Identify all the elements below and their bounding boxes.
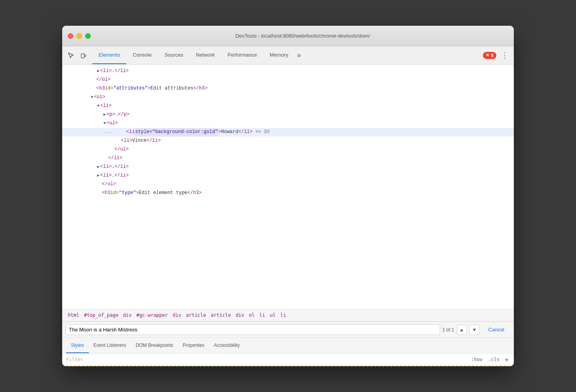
titlebar: DevTools - localhost:8080/web/tools/chro… [62,26,514,46]
tab-network[interactable]: Network [190,46,221,64]
triangle-icon[interactable]: ▼ [103,120,106,127]
dom-line: ▶<li>…</li> [62,163,514,171]
filter-placeholder: Filter [66,357,466,362]
error-icon: ✕ [486,53,489,58]
triangle-icon[interactable]: ▶ [97,172,99,179]
dom-line: ▶<li>…</li> [62,171,514,180]
breadcrumb-item[interactable]: article [209,312,233,319]
devtools-window: DevTools - localhost:8080/web/tools/chro… [62,26,514,366]
tab-sources[interactable]: Sources [158,46,190,64]
search-cancel-button[interactable]: Cancel [482,325,511,335]
toolbar-icons [65,50,89,61]
search-prev-button[interactable]: ▲ [457,325,467,335]
add-style-button[interactable]: + [504,356,510,363]
error-badge[interactable]: ✕ 6 [483,52,496,59]
dom-line: ▶<p>…</p> [62,110,514,119]
tab-accessibility[interactable]: Accessibility [209,338,244,353]
search-next-button[interactable]: ▼ [469,325,480,335]
more-tabs-button[interactable]: » [295,49,303,61]
svg-rect-1 [85,55,86,57]
triangle-icon[interactable]: ▶ [97,68,99,75]
dom-tree[interactable]: ▶<li>…</li> </ol> <h3 id="attributes">Ed… [62,65,514,309]
tab-performance[interactable]: Performance [221,46,263,64]
breadcrumb-item[interactable]: ul [268,312,277,319]
toolbar-right: ✕ 6 ⋮ [483,49,511,61]
dom-line: </ul> [62,145,514,154]
main-toolbar: Elements Console Sources Network Perform… [62,46,514,65]
search-count: 1 of 1 [442,327,454,333]
dom-line: <h3 id="attributes">Edit attributes</h3> [62,84,514,93]
tab-navigation: Elements Console Sources Network Perform… [92,46,483,64]
tab-memory[interactable]: Memory [263,46,295,64]
dom-line: ▼<ul> [62,119,514,128]
search-input[interactable] [65,324,440,335]
tab-styles[interactable]: Styles [66,338,89,353]
breadcrumb-item[interactable]: li [279,312,288,319]
maximize-button[interactable] [85,33,91,39]
dom-line: </ol> [62,180,514,189]
breadcrumb-item[interactable]: ol [247,312,256,319]
filter-controls: :hov .cls + [469,356,510,363]
dom-line: </li> [62,154,514,163]
breadcrumb-item[interactable]: div [122,312,134,319]
triangle-icon[interactable]: ▶ [97,164,99,171]
tab-properties[interactable]: Properties [178,338,209,353]
bottom-tabs: Styles Event Listeners DOM Breakpoints P… [62,337,514,353]
dom-line: ▼<li> [62,102,514,110]
dom-line: </ol> [62,76,514,84]
tab-dom-breakpoints[interactable]: DOM Breakpoints [131,338,178,353]
minimize-button[interactable] [76,33,82,39]
search-bar: 1 of 1 ▲ ▼ Cancel [62,322,514,337]
breadcrumb-item[interactable]: html [66,312,81,319]
svg-rect-0 [81,54,84,58]
cls-filter-button[interactable]: .cls [486,356,501,363]
hov-filter-button[interactable]: :hov [469,356,484,363]
dom-line-selected[interactable]: ... <li style="background-color:gold">Ho… [62,128,514,137]
breadcrumb-item[interactable]: li [258,312,267,319]
styles-hint-border [66,365,510,366]
triangle-icon[interactable]: ▼ [97,103,99,110]
dom-line: ▼<ol> [62,93,514,102]
dom-line: ▶<li>…</li> [62,67,514,76]
breadcrumb-item[interactable]: div [234,312,246,319]
styles-filter-bar: Filter :hov .cls + [62,353,514,365]
breadcrumb-item[interactable]: #top_of_page [82,312,120,319]
tab-elements[interactable]: Elements [92,46,126,64]
window-title: DevTools - localhost:8080/web/tools/chro… [97,33,508,39]
dom-line: <h3 id="type">Edit element type</h3> [62,189,514,198]
settings-menu-button[interactable]: ⋮ [499,49,511,61]
device-toggle-icon[interactable] [78,50,89,61]
breadcrumb-item[interactable]: div [171,312,183,319]
triangle-icon[interactable]: ▼ [91,94,93,101]
inspect-icon[interactable] [65,50,76,61]
main-area: ▶<li>…</li> </ol> <h3 id="attributes">Ed… [62,65,514,366]
breadcrumb-item[interactable]: #gc-wrapper [135,312,169,319]
close-button[interactable] [68,33,73,39]
element-indicator: ... [103,128,112,137]
breadcrumb-bar: html #top_of_page div #gc-wrapper div ar… [62,309,514,322]
tab-console[interactable]: Console [126,46,158,64]
breadcrumb-item[interactable]: article [184,312,208,319]
tab-event-listeners[interactable]: Event Listeners [89,338,131,353]
dom-line: <li>Vince</li> [62,137,514,145]
triangle-icon[interactable]: ▶ [103,111,106,118]
traffic-lights [68,33,91,39]
error-count: 6 [491,53,494,58]
